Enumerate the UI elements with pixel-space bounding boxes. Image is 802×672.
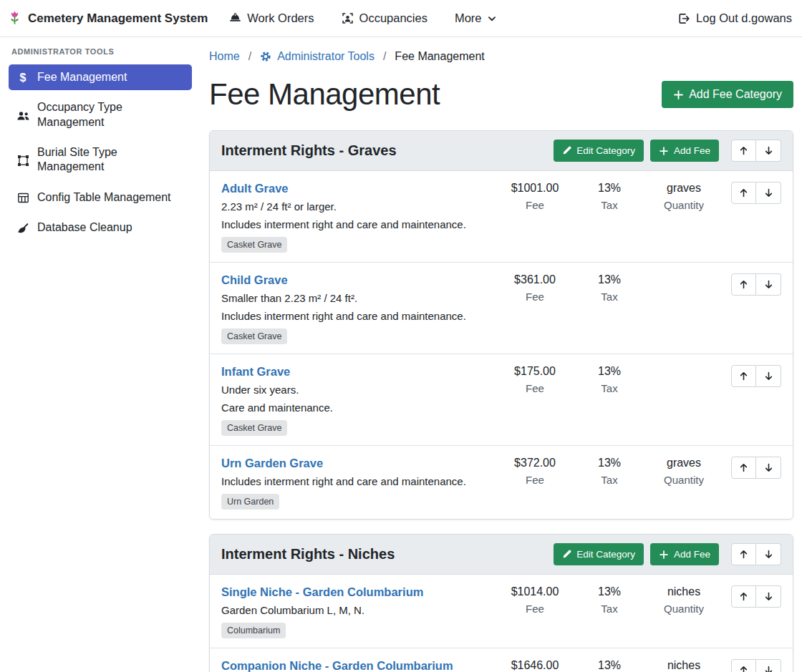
fee-name-link[interactable]: Companion Niche - Garden Columbarium xyxy=(221,659,453,672)
fee-name-link[interactable]: Urn Garden Grave xyxy=(221,457,323,470)
sidebar-heading: ADMINISTRATOR TOOLS xyxy=(9,47,192,56)
fee-quantity-value: graves xyxy=(647,457,721,469)
fee-amount-col: $1014.00 Fee xyxy=(498,585,572,615)
arrow-up-icon xyxy=(738,549,749,560)
sidebar-item-occupancy-type-management[interactable]: Occupancy Type Management xyxy=(9,94,192,135)
fee-tax-label: Tax xyxy=(572,474,647,486)
move-fee-up-button[interactable] xyxy=(731,659,756,672)
fee-amount-value: $372.00 xyxy=(498,457,572,469)
arrow-up-icon xyxy=(738,462,749,473)
chevron-down-icon xyxy=(488,14,496,23)
edit-category-button[interactable]: Edit Category xyxy=(554,140,644,162)
move-fee-down-button[interactable] xyxy=(756,365,781,387)
breadcrumb-current: Fee Management xyxy=(395,50,484,63)
fee-amount-value: $1001.00 xyxy=(498,182,572,195)
bounding-box-icon xyxy=(16,147,30,175)
fee-type-badge: Casket Grave xyxy=(221,328,287,344)
page-title: Fee Management xyxy=(209,77,440,112)
logout-icon xyxy=(677,12,690,25)
broom-icon xyxy=(16,222,30,235)
fee-type-badge: Columbarium xyxy=(221,623,286,638)
fee-row-infant-grave: Infant Grave Under six years.Care and ma… xyxy=(210,354,793,446)
move-fee-up-button[interactable] xyxy=(731,585,756,608)
fee-row-adult-grave: Adult Grave 2.23 m² / 24 ft² or larger.I… xyxy=(210,171,793,263)
fee-categories: Interment Rights - Graves Edit Category … xyxy=(209,130,793,672)
arrow-down-icon xyxy=(763,145,774,156)
fee-name-link[interactable]: Infant Grave xyxy=(221,365,290,379)
nav-occupancies[interactable]: Occupancies xyxy=(342,11,427,25)
sidebar-item-fee-management[interactable]: $ Fee Management xyxy=(9,64,192,90)
fee-details: Single Niche - Garden Columbarium Garden… xyxy=(221,585,498,638)
move-fee-down-button[interactable] xyxy=(756,273,781,296)
breadcrumb-home-link[interactable]: Home xyxy=(209,50,240,63)
fee-type-badge: Casket Grave xyxy=(221,237,287,253)
move-fee-down-button[interactable] xyxy=(756,182,781,204)
move-fee-up-button[interactable] xyxy=(731,273,756,296)
sidebar-item-config-table-management[interactable]: Config Table Management xyxy=(9,185,192,210)
move-category-down-button[interactable] xyxy=(756,140,781,162)
arrow-down-icon xyxy=(763,665,774,672)
sidebar-item-database-cleanup[interactable]: Database Cleanup xyxy=(9,215,192,240)
arrow-up-icon xyxy=(738,371,749,381)
fee-amount-col: $1001.00 Fee xyxy=(498,182,572,211)
app-brand[interactable]: Cemetery Management System xyxy=(7,11,208,26)
fee-tax-value: 13% xyxy=(572,182,647,195)
edit-category-button[interactable]: Edit Category xyxy=(554,543,644,565)
fee-row-single-niche-garden-columbarium: Single Niche - Garden Columbarium Garden… xyxy=(210,575,793,648)
fee-name-link[interactable]: Adult Grave xyxy=(221,182,289,195)
fee-details: Companion Niche - Garden Columbarium Gar… xyxy=(221,659,498,672)
sidebar-item-label: Burial Site Type Management xyxy=(37,145,185,175)
fee-quantity-label: Quantity xyxy=(647,603,721,615)
sidebar-item-burial-site-type-management[interactable]: Burial Site Type Management xyxy=(9,140,192,180)
move-fee-down-button[interactable] xyxy=(756,585,781,608)
move-fee-down-button[interactable] xyxy=(756,457,781,479)
pencil-icon xyxy=(562,550,571,559)
nav-more[interactable]: More xyxy=(455,11,496,25)
arrow-up-icon xyxy=(738,665,749,672)
add-fee-label: Add Fee xyxy=(674,145,710,156)
sidebar-item-label: Occupancy Type Management xyxy=(37,100,185,130)
pencil-icon xyxy=(562,146,571,155)
fee-type-badge: Urn Garden xyxy=(221,494,279,510)
fee-name-link[interactable]: Child Grave xyxy=(221,273,288,287)
category-fee-list: Single Niche - Garden Columbarium Garden… xyxy=(210,575,793,672)
fee-quantity-col: niches Quantity xyxy=(647,585,721,615)
move-category-down-button[interactable] xyxy=(756,543,781,565)
move-fee-down-button[interactable] xyxy=(756,659,781,672)
fee-quantity-value: niches xyxy=(647,659,721,672)
move-fee-up-button[interactable] xyxy=(731,457,756,479)
edit-category-label: Edit Category xyxy=(576,145,635,156)
fee-tax-label: Tax xyxy=(572,382,647,394)
fee-tax-col: 13% Tax xyxy=(572,659,647,672)
move-fee-up-button[interactable] xyxy=(731,182,756,204)
sidebar: ADMINISTRATOR TOOLS $ Fee Management Occ… xyxy=(0,37,200,672)
fee-quantity-col: graves Quantity xyxy=(647,457,721,486)
sidebar-item-label: Fee Management xyxy=(37,70,127,84)
fee-description: Under six years. xyxy=(221,384,489,396)
plus-icon xyxy=(659,146,669,156)
breadcrumb-separator: / xyxy=(248,50,251,63)
breadcrumb: Home / Administrator Tools / Fee Managem… xyxy=(209,50,793,63)
fee-tax-col: 13% Tax xyxy=(572,457,647,486)
app-title: Cemetery Management System xyxy=(28,11,208,26)
plus-icon xyxy=(659,550,669,560)
fee-name-link[interactable]: Single Niche - Garden Columbarium xyxy=(221,585,423,599)
move-category-up-button[interactable] xyxy=(731,543,756,565)
fee-reorder-actions xyxy=(721,457,781,479)
move-category-up-button[interactable] xyxy=(731,140,756,162)
add-fee-button[interactable]: Add Fee xyxy=(650,543,719,565)
fee-quantity-col: graves Quantity xyxy=(647,182,721,211)
fee-description: 2.23 m² / 24 ft² or larger. xyxy=(221,200,489,213)
person-bounding-box-icon xyxy=(342,12,354,24)
category-actions: Edit Category Add Fee xyxy=(554,140,781,162)
fee-details: Adult Grave 2.23 m² / 24 ft² or larger.I… xyxy=(221,182,498,253)
move-fee-up-button[interactable] xyxy=(731,365,756,387)
fee-amount-label: Fee xyxy=(498,382,572,394)
add-fee-category-button[interactable]: Add Fee Category xyxy=(662,81,793,108)
add-fee-button[interactable]: Add Fee xyxy=(650,140,719,162)
breadcrumb-admin-tools-link[interactable]: Administrator Tools xyxy=(260,50,375,63)
logout-link[interactable]: Log Out d.gowans xyxy=(677,11,792,25)
fee-details: Urn Garden Grave Includes interment righ… xyxy=(221,457,498,510)
nav-work-orders[interactable]: Work Orders xyxy=(229,11,314,25)
fee-reorder-actions xyxy=(721,365,781,387)
